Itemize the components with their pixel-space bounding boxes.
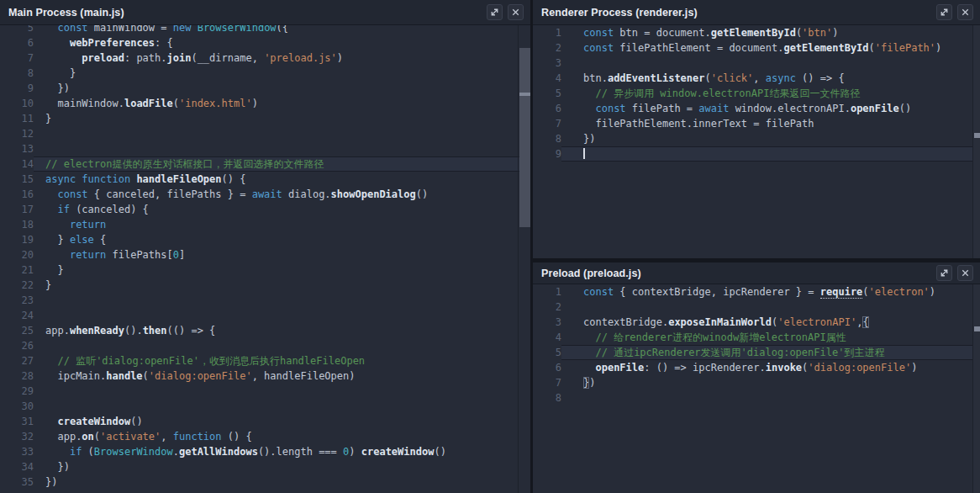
line-number: 26: [0, 338, 34, 353]
code-line[interactable]: 33 if (BrowserWindow.getAllWindows().len…: [0, 444, 530, 459]
line-number: 35: [0, 474, 34, 490]
code-text: // 通过ipcRenderer发送调用'dialog:openFile'到主进…: [561, 345, 980, 360]
code-line[interactable]: 13: [0, 141, 530, 156]
code-line[interactable]: 1const { contextBridge, ipcRenderer } = …: [533, 284, 980, 300]
code-line[interactable]: 22}: [0, 278, 530, 293]
code-line[interactable]: 8: [533, 390, 980, 406]
code-line[interactable]: 1const btn = document.getElementById('bt…: [533, 25, 980, 40]
line-number: 18: [0, 217, 34, 232]
code-line[interactable]: 16 const { canceled, filePaths } = await…: [0, 187, 530, 202]
code-line[interactable]: 18 return: [0, 217, 530, 232]
scrollbar-marker: [974, 133, 980, 138]
code-line[interactable]: 5 const mainWindow = new BrowserWindow({: [0, 25, 530, 35]
code-editor-preload[interactable]: 1const { contextBridge, ipcRenderer } = …: [533, 284, 980, 493]
code-text: [34, 141, 530, 156]
code-text: filePathElement.innerText = filePath: [561, 116, 980, 131]
code-line[interactable]: 2const filePathElement = document.getEle…: [533, 40, 980, 56]
code-line[interactable]: 11}: [0, 111, 530, 126]
code-text: }: [34, 66, 530, 81]
code-line[interactable]: 34 }): [0, 459, 530, 474]
code-line[interactable]: 6 const filePath = await window.electron…: [533, 101, 980, 116]
expand-button[interactable]: [487, 4, 503, 20]
panel-main-process: Main Process (main.js) 5 const mainWindo…: [0, 0, 530, 493]
line-number: 3: [533, 315, 561, 330]
code-line[interactable]: 6 webPreferences: {: [0, 35, 530, 50]
line-number: 31: [0, 414, 34, 429]
panel-header: Main Process (main.js): [0, 0, 530, 25]
code-text: [561, 390, 980, 406]
code-line[interactable]: 28 ipcMain.handle('dialog:openFile', han…: [0, 368, 530, 384]
code-editor-renderer[interactable]: 1const btn = document.getElementById('bt…: [533, 25, 980, 258]
code-line[interactable]: 27 // 监听'dialog:openFile'，收到消息后执行handleF…: [0, 353, 530, 368]
line-number: 8: [533, 131, 561, 146]
code-line[interactable]: 31 createWindow(): [0, 414, 530, 429]
line-number: 29: [0, 384, 34, 399]
expand-button[interactable]: [936, 4, 952, 20]
scrollbar-track[interactable]: [518, 25, 530, 493]
code-line[interactable]: 6 openFile: () => ipcRenderer.invoke('di…: [533, 360, 980, 375]
code-line[interactable]: 14// electron提供的原生对话框接口，并返回选择的文件路径: [0, 156, 530, 172]
code-line[interactable]: 17 if (canceled) {: [0, 202, 530, 217]
code-text: [561, 146, 980, 162]
code-line[interactable]: 4btn.addEventListener('click', async () …: [533, 71, 980, 86]
line-number: 23: [0, 293, 34, 308]
code-line[interactable]: 12: [0, 126, 530, 141]
line-number: 2: [533, 40, 561, 56]
line-number: 14: [0, 156, 34, 172]
code-line[interactable]: 4 // 给renderer进程的winodw新增electronAPI属性: [533, 330, 980, 345]
line-number: 27: [0, 353, 34, 368]
code-line[interactable]: 25app.whenReady().then(() => {: [0, 323, 530, 338]
code-line[interactable]: 5 // 异步调用 window.electronAPI结果返回一文件路径: [533, 86, 980, 101]
code-line[interactable]: 3contextBridge.exposeInMainWorld('electr…: [533, 315, 980, 330]
code-line[interactable]: 7 preload: path.join(__dirname, 'preload…: [0, 50, 530, 66]
code-line[interactable]: 9 }): [0, 81, 530, 96]
scrollbar-thumb[interactable]: [519, 48, 530, 227]
code-text: createWindow(): [34, 414, 530, 429]
code-editor-main[interactable]: 5 const mainWindow = new BrowserWindow({…: [0, 25, 530, 493]
code-text: if (BrowserWindow.getAllWindows().length…: [34, 444, 530, 459]
line-number: 3: [533, 56, 561, 71]
code-text: // 给renderer进程的winodw新增electronAPI属性: [561, 330, 980, 345]
code-line[interactable]: 21 }: [0, 262, 530, 278]
line-number: 34: [0, 459, 34, 474]
code-line[interactable]: 32 app.on('activate', function () {: [0, 429, 530, 444]
line-number: 4: [533, 330, 561, 345]
code-line[interactable]: 3: [533, 56, 980, 71]
panel-title: Preload (preload.js): [541, 268, 931, 279]
code-line[interactable]: 7}): [533, 375, 980, 390]
code-line[interactable]: 9: [533, 146, 980, 162]
line-number: 15: [0, 172, 34, 187]
code-line[interactable]: 19 } else {: [0, 232, 530, 247]
close-button[interactable]: [957, 265, 973, 281]
code-text: if (canceled) {: [34, 202, 530, 217]
line-number: 32: [0, 429, 34, 444]
code-line[interactable]: 29: [0, 384, 530, 399]
code-line[interactable]: 8}): [533, 131, 980, 146]
line-number: 25: [0, 323, 34, 338]
close-button[interactable]: [957, 4, 973, 20]
code-line[interactable]: 30: [0, 399, 530, 414]
line-number: 30: [0, 399, 34, 414]
line-number: 7: [0, 50, 34, 66]
line-number: 5: [533, 345, 561, 360]
line-number: 16: [0, 187, 34, 202]
expand-button[interactable]: [936, 265, 952, 281]
code-line[interactable]: 10 mainWindow.loadFile('index.html'): [0, 96, 530, 111]
scrollbar-track[interactable]: [972, 25, 980, 258]
code-line[interactable]: 2: [533, 300, 980, 315]
scrollbar-track[interactable]: [972, 284, 980, 493]
expand-icon: [939, 268, 950, 278]
code-line[interactable]: 8 }: [0, 66, 530, 81]
code-line[interactable]: 7 filePathElement.innerText = filePath: [533, 116, 980, 131]
code-text: const filePath = await window.electronAP…: [561, 101, 980, 116]
code-line[interactable]: 24: [0, 308, 530, 323]
code-line[interactable]: 5 // 通过ipcRenderer发送调用'dialog:openFile'到…: [533, 345, 980, 360]
close-button[interactable]: [508, 4, 524, 20]
expand-icon: [939, 7, 950, 18]
code-text: app.on('activate', function () {: [34, 429, 530, 444]
code-line[interactable]: 20 return filePaths[0]: [0, 247, 530, 262]
code-line[interactable]: 35}): [0, 474, 530, 490]
code-line[interactable]: 15async function handleFileOpen() {: [0, 172, 530, 187]
code-line[interactable]: 23: [0, 293, 530, 308]
code-line[interactable]: 26: [0, 338, 530, 353]
